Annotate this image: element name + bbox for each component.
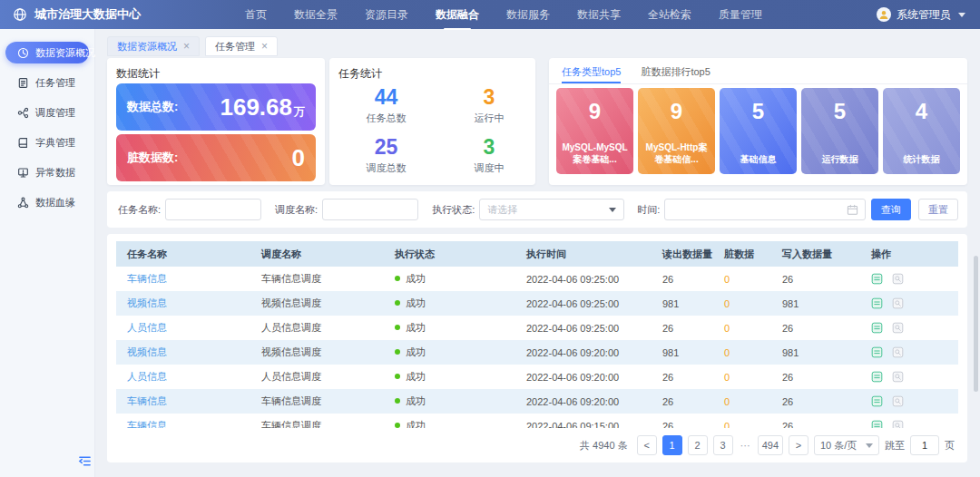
task-name-link[interactable]: 人员信息 [116,370,250,384]
exec-time-cell: 2022-04-06 09:20:00 [515,396,652,407]
page-button-2[interactable]: 2 [688,435,708,455]
dirty-count-cell: 0 [713,274,771,285]
schedule-name-cell: 车辆信息调度 [250,272,384,286]
reset-button[interactable]: 重置 [918,199,958,220]
task-name-link[interactable]: 车辆信息 [116,272,250,286]
log-file-icon[interactable] [871,395,883,407]
window-scrollbar[interactable] [974,256,978,392]
sidebar-item-task-mgmt[interactable]: 任务管理 [5,72,89,93]
detail-search-icon[interactable] [892,395,904,407]
nav-item-home[interactable]: 首页 [245,7,267,23]
page-button-1[interactable]: 1 [662,435,682,455]
dirty-count-cell: 0 [713,396,771,407]
total-data-label: 数据总数: [127,99,178,115]
sidebar-item-data-resource-overview[interactable]: 数据资源概况 [5,42,89,63]
sidebar-item-abnormal-data[interactable]: 异常数据 [5,161,89,183]
user-avatar-icon [877,7,891,22]
tab-task-mgmt[interactable]: 任务管理 × [205,36,278,56]
nav-item-data-fusion[interactable]: 数据融合 [436,7,479,23]
task-name-link[interactable]: 车辆信息 [116,394,250,408]
actions-cell [860,420,958,428]
top5-tabs: 任务类型top5 脏数据排行top5 [549,58,967,84]
prev-page-button[interactable]: < [637,435,657,455]
sidebar-item-data-lineage[interactable]: 数据血缘 [5,191,89,213]
tab-dirty-rank-top5[interactable]: 脏数据排行top5 [641,65,710,83]
col-read-count: 读出数据量 [652,248,713,261]
detail-search-icon[interactable] [892,322,904,334]
sidebar-item-label: 字典管理 [35,136,75,150]
col-exec-status: 执行状态 [384,248,515,261]
table-row[interactable]: 视频信息 视频信息调度 成功 2022-04-06 09:25:00 981 0… [116,291,958,316]
search-button[interactable]: 查询 [871,199,911,220]
nav-item-quality-mgmt[interactable]: 质量管理 [719,7,762,23]
close-icon[interactable]: × [261,41,268,52]
tab-label: 任务管理 [215,40,255,54]
sidebar: 数据资源概况 任务管理 调度管理 [0,29,95,477]
detail-search-icon[interactable] [892,297,904,309]
page-size-select[interactable]: 10 条/页 [814,435,879,455]
status-text: 成功 [406,346,426,357]
log-file-icon[interactable] [871,371,883,383]
detail-search-icon[interactable] [892,346,904,358]
task-name-link[interactable]: 视频信息 [116,346,250,359]
top-nav: 城市治理大数据中心 首页 数据全景 资源目录 数据融合 数据服务 数据共享 全站… [0,0,980,29]
table-row[interactable]: 人员信息 人员信息调度 成功 2022-04-06 09:25:00 26 0 … [116,316,958,340]
table-row[interactable]: 车辆信息 车辆信息调度 成功 2022-04-06 09:20:00 26 0 … [116,389,958,414]
task-doc-icon [17,77,29,89]
log-file-icon[interactable] [871,322,883,334]
status-select[interactable]: 请选择 [479,199,624,220]
log-file-icon[interactable] [871,297,883,309]
exec-time-cell: 2022-04-06 09:20:00 [515,372,652,383]
top5-card-value: 9 [556,99,633,124]
top5-card-2[interactable]: 9 MySQL-Http案卷基础信... [638,88,715,174]
detail-search-icon[interactable] [892,420,904,428]
task-name-input[interactable] [165,199,261,220]
task-table-card: 任务名称 调度名称 执行状态 执行时间 读出数据量 脏数据 写入数据量 操作 车… [107,234,967,462]
table-row[interactable]: 车辆信息 车辆信息调度 成功 2022-04-06 09:25:00 26 0 … [116,267,958,291]
status-text: 成功 [406,297,426,308]
status-cell: 成功 [384,346,515,359]
sidebar-item-dictionary-mgmt[interactable]: 字典管理 [5,131,89,153]
page-button-3[interactable]: 3 [713,435,733,455]
sidebar-item-schedule-mgmt[interactable]: 调度管理 [5,102,89,123]
actions-cell [860,273,958,285]
table-row[interactable]: 视频信息 视频信息调度 成功 2022-04-06 09:20:00 981 0… [116,340,958,365]
table-row[interactable]: 车辆信息 车辆信息调度 成功 2022-04-06 09:15:00 26 0 … [116,414,958,428]
nav-item-data-panorama[interactable]: 数据全景 [294,7,338,23]
next-page-button[interactable]: > [789,435,808,455]
table-row[interactable]: 人员信息 人员信息调度 成功 2022-04-06 09:20:00 26 0 … [116,365,958,389]
jump-page-input[interactable] [910,435,939,455]
nav-item-resource-catalog[interactable]: 资源目录 [365,7,408,23]
log-file-icon[interactable] [871,420,883,428]
top5-card-4[interactable]: 5 运行数据 [801,88,878,174]
tab-data-resource-overview[interactable]: 数据资源概况 × [107,36,200,56]
nav-item-data-service[interactable]: 数据服务 [506,7,550,23]
log-file-icon[interactable] [871,346,883,358]
status-text: 成功 [406,371,426,382]
sidebar-collapse-icon[interactable] [78,454,92,472]
top5-card-5[interactable]: 4 统计数据 [883,88,960,174]
tab-task-type-top5[interactable]: 任务类型top5 [562,65,621,83]
read-count-cell: 26 [652,372,713,383]
close-icon[interactable]: × [183,41,190,52]
log-file-icon[interactable] [871,273,883,285]
top5-card-1[interactable]: 9 MySQL-MySQL案卷基础... [556,88,633,174]
total-data-unit: 万 [294,104,305,120]
top5-card-label: MySQL-Http案卷基础信... [638,141,715,165]
page-button-last[interactable]: 494 [758,435,783,455]
nav-item-site-search[interactable]: 全站检索 [648,7,691,23]
schedule-name-input[interactable] [322,199,418,220]
detail-search-icon[interactable] [892,371,904,383]
task-name-link[interactable]: 人员信息 [116,321,250,335]
task-name-link[interactable]: 车辆信息 [116,419,250,428]
detail-search-icon[interactable] [892,273,904,285]
nav-item-data-sharing[interactable]: 数据共享 [577,7,621,23]
top5-card-3[interactable]: 5 基础信息 [720,88,797,174]
chevron-down-icon [609,208,616,212]
user-menu[interactable]: 系统管理员 [877,7,980,23]
dirty-count-cell: 0 [713,298,771,309]
time-date-input[interactable] [664,199,866,220]
status-text: 成功 [406,273,426,284]
task-name-link[interactable]: 视频信息 [116,297,250,310]
status-dot-icon [395,374,400,379]
